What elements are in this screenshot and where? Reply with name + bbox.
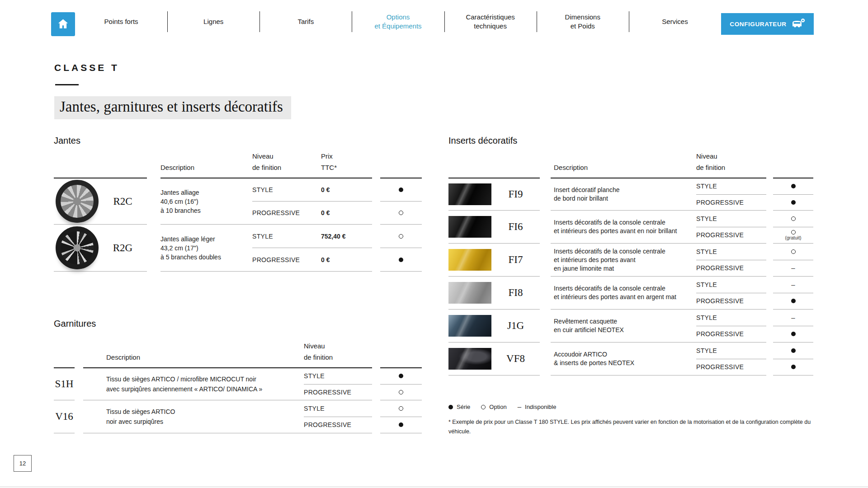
car-config-icon — [792, 18, 805, 31]
availability-dot — [791, 264, 795, 272]
table-row-fi8: FI8 Inserts décoratifs de la console cen… — [448, 277, 814, 310]
availability-dot — [399, 406, 403, 411]
option-code: V16 — [54, 411, 75, 422]
availability-cell — [380, 202, 422, 224]
trim-variant: PROGRESSIVE — [696, 227, 766, 244]
table-row-vf8: VF8 Accoudoir ARTICO & inserts de portes… — [448, 343, 814, 375]
brochure-page: Points forts Lignes Tarifs Options et Éq… — [0, 0, 868, 488]
availability-cell — [380, 400, 422, 417]
price-value: 0 € — [321, 209, 372, 216]
table-row-s1h: S1H Tissu de sièges ARTICO / microfibre … — [54, 367, 422, 400]
availability-cell — [773, 211, 813, 227]
section-inserts-decoratifs: Inserts décoratifs Description Niveau de… — [448, 134, 814, 375]
option-code: S1H — [54, 378, 75, 390]
legend-indisponible: Indisponible — [518, 404, 557, 410]
availability-dot — [791, 281, 795, 289]
col-prix-ttc: Prix TTC* — [321, 150, 372, 173]
option-description: Revêtement casquette en cuir artificiel … — [551, 317, 696, 334]
trim-variant: STYLE — [304, 400, 372, 417]
option-code: VF8 — [491, 353, 540, 365]
option-code: FI6 — [491, 221, 540, 233]
availability-cell — [773, 293, 813, 310]
trim-variant: STYLE — [696, 211, 766, 227]
swatch-image-vf8 — [448, 348, 491, 370]
trim-variant: PROGRESSIVE — [304, 417, 372, 433]
trim-variant: PROGRESSIVE 0 € — [252, 248, 372, 271]
price-value: 0 € — [321, 256, 372, 263]
trim-variant: PROGRESSIVE 0 € — [252, 201, 372, 224]
configurator-label: CONFIGURATEUR — [730, 21, 786, 28]
trim-variant: PROGRESSIVE — [696, 293, 766, 310]
price-footnote: * Exemple de prix pour un Classe T 180 S… — [448, 418, 832, 437]
section-title: Jantes — [54, 134, 422, 147]
trim-variant: STYLE 752,40 € — [252, 225, 372, 248]
table-row-fi7: FI7 Inserts décoratifs de la console cen… — [448, 244, 814, 277]
serie-dot-icon — [448, 405, 453, 409]
model-name: CLASSE T — [54, 62, 119, 73]
availability-dot — [791, 314, 795, 322]
option-code: J1G — [491, 320, 540, 332]
option-dot-icon — [481, 405, 486, 409]
swatch-image-j1g — [448, 315, 491, 337]
table-row-r2c: R2C Jantes alliage 40,6 cm (16") à 10 br… — [54, 178, 422, 225]
availability-dot — [399, 258, 403, 262]
option-description: Jantes alliage léger 43,2 cm (17") à 5 b… — [160, 235, 252, 262]
tab-points-forts[interactable]: Points forts — [75, 6, 167, 37]
col-description: Description — [551, 162, 696, 173]
option-description: Inserts décoratifs de la console central… — [551, 284, 696, 301]
availability-cell — [773, 195, 813, 211]
availability-legend: Série Option Indisponible — [448, 404, 556, 410]
legend-serie: Série — [448, 404, 470, 410]
availability-dot — [791, 249, 796, 254]
availability-cell — [380, 178, 422, 202]
table-row-fi9: FI9 Insert décoratif planche de bord noi… — [448, 178, 814, 211]
tab-tarifs[interactable]: Tarifs — [259, 6, 352, 37]
trim-variant: PROGRESSIVE — [696, 260, 766, 277]
availability-cell — [773, 260, 813, 277]
tab-lignes[interactable]: Lignes — [167, 6, 259, 37]
trim-variant: PROGRESSIVE — [304, 384, 372, 400]
table-header: Description Niveau de finition Prix TTC* — [54, 147, 422, 178]
option-code: FI8 — [491, 287, 540, 299]
price-value: 752,40 € — [321, 233, 372, 240]
swatch-image-fi7 — [448, 249, 491, 271]
option-description: Tissu de sièges ARTICO / microfibre MICR… — [83, 374, 304, 394]
availability-dot — [399, 374, 403, 378]
availability-cell — [773, 277, 813, 293]
swatch-image-fi9 — [448, 183, 491, 205]
availability-dot — [791, 216, 796, 221]
wheel-image-r2c — [56, 180, 99, 223]
swatch-image-fi6 — [448, 216, 491, 238]
availability-cell: (gratuit) — [773, 227, 813, 244]
availability-dot — [399, 422, 403, 427]
availability-cell — [773, 178, 813, 195]
availability-dot — [399, 390, 403, 394]
option-description: Inserts décoratifs de la console central… — [551, 247, 696, 273]
col-niveau-finition: Niveau de finition — [696, 150, 766, 173]
availability-cell — [380, 225, 422, 248]
availability-cell — [380, 368, 422, 385]
trim-variant: STYLE — [696, 178, 766, 194]
tab-dimensions-poids[interactable]: Dimensions et Poids — [537, 6, 629, 37]
availability-dot — [791, 332, 796, 336]
trim-variant: STYLE — [696, 343, 766, 359]
model-underline — [55, 84, 79, 85]
indisponible-dash-icon — [518, 404, 521, 410]
table-row-v16: V16 Tissu de sièges ARTICO noir avec sur… — [54, 400, 422, 433]
option-description: Accoudoir ARTICO & inserts de portes NEO… — [551, 350, 696, 367]
tab-options-equipements[interactable]: Options et Équipements — [352, 6, 444, 37]
configurator-button[interactable]: CONFIGURATEUR — [721, 13, 814, 35]
table-header: Description Niveau de finition — [54, 330, 422, 367]
option-code: R2G — [99, 242, 147, 254]
swatch-image-fi8 — [448, 282, 491, 304]
trim-variant: STYLE — [696, 277, 766, 293]
option-description: Tissu de sièges ARTICO noir avec surpiqû… — [83, 407, 304, 427]
availability-cell — [773, 359, 813, 375]
table-row-r2g: R2G Jantes alliage léger 43,2 cm (17") à… — [54, 225, 422, 272]
tab-services[interactable]: Services — [629, 6, 721, 37]
option-code: R2C — [99, 196, 147, 207]
wheel-image-r2g — [56, 226, 99, 269]
home-button[interactable] — [51, 12, 75, 36]
tab-caracteristiques-techniques[interactable]: Caractéristiques techniques — [444, 6, 537, 37]
trim-variant: STYLE — [696, 244, 766, 260]
